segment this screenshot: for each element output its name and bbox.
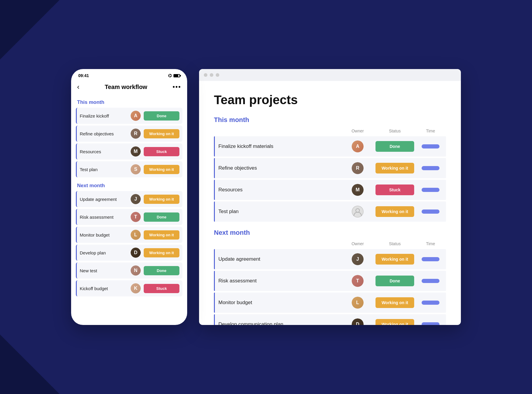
desktop-task-owner: M — [344, 184, 371, 196]
time-bar — [422, 166, 439, 170]
status-badge-working: Working on it — [144, 129, 179, 138]
desktop-task-time — [419, 301, 442, 305]
desktop-task-time — [419, 322, 442, 325]
mobile-task-avatar: N — [131, 265, 141, 276]
status-badge-working: Working on it — [144, 165, 179, 174]
desktop-task-time — [419, 209, 442, 214]
status-badge-done: Done — [144, 212, 179, 222]
desktop-task-owner: L — [344, 297, 371, 309]
mobile-task-name: Update agreement — [80, 197, 128, 202]
desktop-task-status: Working on it — [371, 163, 419, 173]
mobile-next-month-label: Next month — [77, 183, 182, 189]
desktop-task-status: Done — [371, 276, 419, 286]
mobile-task-avatar: T — [131, 212, 141, 222]
mobile-task-row: Develop plan D Working on it — [76, 245, 182, 261]
desktop-task-avatar: T — [352, 275, 364, 287]
status-badge-stuck: Stuck — [144, 284, 179, 293]
battery-fill — [174, 75, 178, 77]
mobile-task-row: Resources M Stuck — [76, 143, 182, 160]
browser-dot-1 — [204, 73, 207, 77]
desktop-task-row: Update agreement J Working on it — [214, 249, 446, 269]
mobile-task-row: Kickoff budget K Stuck — [76, 280, 182, 296]
status-badge-working: Working on it — [375, 319, 414, 325]
desktop-task-status: Working on it — [371, 254, 419, 265]
desktop-this-month-label: This month — [214, 116, 446, 124]
desktop-task-status: Working on it — [371, 297, 419, 308]
desktop-task-avatar: J — [352, 253, 364, 265]
time-bar — [422, 257, 439, 261]
desktop-task-name: Develop communication plan — [218, 321, 344, 325]
avatar-face: M — [352, 184, 364, 196]
desktop-task-name: Update agreement — [218, 256, 344, 262]
desktop-task-status: Working on it — [371, 206, 419, 217]
avatar-face: T — [352, 275, 364, 287]
time-bar — [422, 322, 439, 325]
status-badge-stuck: Stuck — [375, 185, 414, 195]
mobile-task-row: Monitor budget L Working on it — [76, 227, 182, 243]
desktop-task-row: Refine objectives R Working on it — [214, 158, 446, 178]
desktop-browser: Team projects This month Owner Status Ti… — [199, 69, 461, 325]
desktop-task-time — [419, 257, 442, 261]
status-badge-stuck: Stuck — [144, 147, 179, 156]
desktop-task-name: Monitor budget — [218, 300, 344, 306]
desktop-task-avatar: D — [352, 318, 364, 325]
mobile-phone-wrapper: 09:41 ⌬ ‹ Team workflow ••• This month — [71, 69, 187, 325]
browser-dot-3 — [216, 73, 219, 77]
desktop-task-name: Resources — [218, 187, 344, 193]
col-header-time-2: Time — [419, 241, 442, 246]
mobile-task-name: Finalize kickoff — [80, 113, 128, 118]
status-badge-working: Working on it — [144, 248, 179, 257]
desktop-task-row: Resources M Stuck — [214, 180, 446, 200]
mobile-task-avatar: D — [131, 248, 141, 258]
avatar-face-empty — [352, 206, 364, 218]
page-title: Team projects — [214, 93, 446, 107]
avatar-face: J — [352, 253, 364, 265]
mobile-task-row: New test N Done — [76, 262, 182, 279]
phone-status-bar: 09:41 ⌬ — [71, 69, 187, 80]
avatar-face: J — [131, 194, 141, 204]
desktop-task-row: Risk assessment T Done — [214, 271, 446, 291]
browser-titlebar — [199, 69, 461, 81]
mobile-task-name: Refine objectives — [80, 131, 128, 136]
mobile-task-name: Develop plan — [80, 250, 128, 255]
mobile-task-row: Update agreement J Working on it — [76, 191, 182, 207]
phone-screen-title: Team workflow — [105, 84, 147, 90]
mobile-task-avatar: A — [131, 111, 141, 121]
time-bar — [422, 301, 439, 305]
status-badge-working: Working on it — [375, 297, 414, 308]
desktop-task-owner: T — [344, 275, 371, 287]
desktop-task-row: Develop communication plan D Working on … — [214, 314, 446, 325]
status-badge-done: Done — [144, 111, 179, 121]
col-header-status: Status — [371, 129, 419, 133]
desktop-task-row: Finalize kickoff materials A Done — [214, 136, 446, 157]
desktop-task-name: Test plan — [218, 209, 344, 215]
desktop-task-row: Test plan Working on it — [214, 201, 446, 222]
desktop-col-headers: Owner Status Time — [214, 127, 446, 135]
avatar-face: R — [352, 162, 364, 174]
avatar-face: A — [131, 111, 141, 121]
desktop-next-month-label: Next month — [214, 229, 446, 237]
mobile-this-month-list: Finalize kickoff A Done Refine objective… — [76, 108, 182, 179]
phone-menu-button[interactable]: ••• — [173, 83, 181, 91]
status-badge-working: Working on it — [144, 230, 179, 240]
mobile-task-avatar: L — [131, 230, 141, 240]
desktop-task-time — [419, 188, 442, 192]
mobile-this-month-label: This month — [77, 99, 182, 105]
mobile-task-avatar: K — [131, 283, 141, 293]
mobile-task-row: Test plan S Working on it — [76, 161, 182, 177]
mobile-next-month-list: Update agreement J Working on it Risk as… — [76, 191, 182, 298]
browser-dot-2 — [210, 73, 213, 77]
avatar-face: N — [131, 265, 141, 276]
main-container: 09:41 ⌬ ‹ Team workflow ••• This month — [0, 0, 532, 394]
back-button[interactable]: ‹ — [77, 83, 79, 91]
status-badge-working: Working on it — [375, 254, 414, 265]
desktop-col-headers-2: Owner Status Time — [214, 240, 446, 247]
desktop-task-owner: J — [344, 253, 371, 265]
desktop-this-month-list: Finalize kickoff materials A Done Refine — [214, 136, 446, 222]
desktop-task-avatar: R — [352, 162, 364, 174]
time-bar — [422, 188, 439, 192]
mobile-task-name: Risk assessment — [80, 215, 128, 220]
status-badge-done: Done — [375, 141, 414, 152]
phone-header: ‹ Team workflow ••• — [71, 80, 187, 96]
status-icons: ⌬ — [168, 73, 180, 78]
